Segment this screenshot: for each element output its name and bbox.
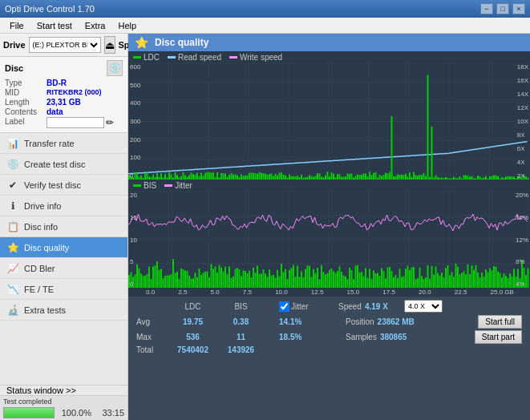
stats-panel: LDC BIS Jitter Speed 4.19 X 4.0 X Avg 19… <box>128 297 530 361</box>
drive-select[interactable]: (E:) PLEXTOR BD-R PX-LB950SA 1.06 <box>29 37 101 53</box>
close-button[interactable]: × <box>512 3 525 14</box>
sidebar-item-disc-info[interactable]: 📋 Disc info <box>0 216 127 237</box>
stats-max-row: Max 536 11 18.5% Samples 380865 Start pa… <box>133 329 525 345</box>
progress-status: Test completed <box>3 398 52 406</box>
menu-file[interactable]: File <box>3 19 30 32</box>
bis-dot <box>133 184 141 187</box>
status-window-button[interactable]: Status window >> <box>0 386 127 396</box>
jitter-checkbox[interactable] <box>279 301 289 312</box>
chart2-y-axis-left: 20 15 10 5 0 <box>130 192 137 288</box>
disc-val-length: 23,31 GB <box>47 98 81 107</box>
drive-toolbar: Drive (E:) PLEXTOR BD-R PX-LB950SA 1.06 … <box>0 34 127 57</box>
transfer-rate-icon: 📊 <box>6 137 19 150</box>
nav-label-disc-quality: Disc quality <box>24 243 69 252</box>
sidebar: Drive (E:) PLEXTOR BD-R PX-LB950SA 1.06 … <box>0 34 128 420</box>
progress-bar-inner <box>4 408 54 418</box>
disc-panel: Disc 💿 Type BD-R MID RITEKBR2 (000) Leng… <box>0 57 127 133</box>
legend-ldc: LDC <box>133 53 160 62</box>
disc-val-mid: RITEKBR2 (000) <box>47 88 102 97</box>
create-test-disc-icon: 💿 <box>6 158 19 171</box>
sidebar-item-disc-quality[interactable]: ⭐ Disc quality <box>0 237 127 258</box>
nav-label-disc-info: Disc info <box>24 222 58 232</box>
disc-row-contents: Contents data <box>5 107 123 116</box>
minimize-button[interactable]: − <box>480 3 493 14</box>
menu-starttest[interactable]: Start test <box>30 19 79 32</box>
menu-help[interactable]: Help <box>111 19 143 32</box>
app-title: Opti Drive Control 1.70 <box>5 4 95 14</box>
nav-items: 📊 Transfer rate 💿 Create test disc ✔ Ver… <box>0 133 127 385</box>
samples-label: Samples <box>346 333 377 341</box>
chart2-wrapper: 20% 16% 12% 8% 4% 20 15 10 5 0 <box>128 192 530 288</box>
avg-ldc: 19.75 <box>167 317 219 326</box>
samples-val: 380865 <box>380 333 407 341</box>
max-bis: 11 <box>219 333 263 341</box>
ldc-dot <box>133 56 141 59</box>
verify-test-disc-icon: ✔ <box>6 179 19 192</box>
maximize-button[interactable]: □ <box>496 3 509 14</box>
label-input[interactable] <box>47 117 104 128</box>
jitter-dot <box>164 184 172 187</box>
disc-row-type: Type BD-R <box>5 79 123 87</box>
start-part-button[interactable]: Start part <box>475 330 522 344</box>
chart2-canvas <box>128 192 529 288</box>
stats-header-row: LDC BIS Jitter Speed 4.19 X 4.0 X <box>133 298 525 314</box>
speed-val: 4.19 X <box>365 302 401 311</box>
disc-key-length: Length <box>5 98 47 107</box>
ldc-header: LDC <box>167 302 219 311</box>
read-speed-label: Read speed <box>178 53 221 62</box>
speed-dropdown[interactable]: 4.0 X <box>404 300 443 313</box>
sidebar-item-transfer-rate[interactable]: 📊 Transfer rate <box>0 133 127 154</box>
label-icon[interactable]: ✏ <box>106 117 114 128</box>
nav-label-fe-te: FE / TE <box>24 285 54 294</box>
disc-row-length: Length 23,31 GB <box>5 98 123 107</box>
sidebar-item-drive-info[interactable]: ℹ Drive info <box>0 196 127 216</box>
write-speed-dot <box>229 56 237 59</box>
jitter-header: Jitter <box>291 302 335 311</box>
nav-label-transfer-rate: Transfer rate <box>24 139 75 148</box>
sidebar-item-cd-bler[interactable]: 📈 CD Bler <box>0 258 127 279</box>
total-label: Total <box>136 345 167 354</box>
legend-read-speed: Read speed <box>168 53 221 62</box>
disc-row-mid: MID RITEKBR2 (000) <box>5 88 123 97</box>
disc-quality-header: ⭐ Disc quality <box>128 34 530 51</box>
total-ldc: 7540402 <box>167 345 219 354</box>
position-label: Position <box>346 317 374 326</box>
menu-extra[interactable]: Extra <box>79 19 112 32</box>
chart1-y-axis-left: 600 500 400 300 200 100 0 <box>130 63 140 180</box>
progress-bar-row: 100.0% 33:15 <box>0 407 127 420</box>
progress-row: Test completed <box>0 396 127 407</box>
chart1-wrapper: 18X 16X 14X 12X 10X 8X 6X 4X 2X 600 500 … <box>128 63 530 180</box>
dq-title: Disc quality <box>155 37 208 48</box>
titlebar: Opti Drive Control 1.70 − □ × <box>0 0 530 18</box>
legend-write-speed: Write speed <box>229 53 282 62</box>
start-full-button[interactable]: Start full <box>478 315 522 329</box>
sidebar-item-create-test-disc[interactable]: 💿 Create test disc <box>0 154 127 175</box>
main-container: Drive (E:) PLEXTOR BD-R PX-LB950SA 1.06 … <box>0 34 530 420</box>
nav-label-create-test-disc: Create test disc <box>24 160 85 169</box>
disc-row-label: Label ✏ <box>5 117 123 128</box>
disc-header: Disc 💿 <box>5 60 123 76</box>
max-label: Max <box>136 333 167 341</box>
speed-header-label: Speed <box>338 302 362 311</box>
chart1-y-axis-right: 18X 16X 14X 12X 10X 8X 6X 4X 2X <box>517 63 528 180</box>
disc-info-icon: 📋 <box>6 220 19 233</box>
chart2-y-axis-right: 20% 16% 12% 8% 4% <box>516 192 528 288</box>
progress-percent: 100.0% <box>59 408 91 418</box>
eject-button[interactable]: ⏏ <box>104 36 115 54</box>
dq-icon: ⭐ <box>135 36 148 49</box>
x-axis-labels: 0.0 2.5 5.0 7.5 10.0 12.5 15.0 17.5 20.0… <box>128 288 530 297</box>
sidebar-item-verify-test-disc[interactable]: ✔ Verify test disc <box>0 175 127 196</box>
disc-icon: 💿 <box>107 60 123 76</box>
progress-bar-outer <box>3 407 55 418</box>
fe-te-icon: 📉 <box>6 283 19 296</box>
sidebar-item-fe-te[interactable]: 📉 FE / TE <box>0 279 127 300</box>
extra-tests-icon: 🔬 <box>6 304 19 317</box>
position-val: 23862 MB <box>378 317 415 326</box>
bis-header: BIS <box>219 302 263 311</box>
sidebar-item-extra-tests[interactable]: 🔬 Extra tests <box>0 300 127 321</box>
drive-info-icon: ℹ <box>6 200 19 212</box>
disc-title: Disc <box>5 63 23 73</box>
menubar: File Start test Extra Help <box>0 18 530 34</box>
stats-avg-row: Avg 19.75 0.38 14.1% Position 23862 MB S… <box>133 314 525 329</box>
nav-label-extra-tests: Extra tests <box>24 305 66 315</box>
